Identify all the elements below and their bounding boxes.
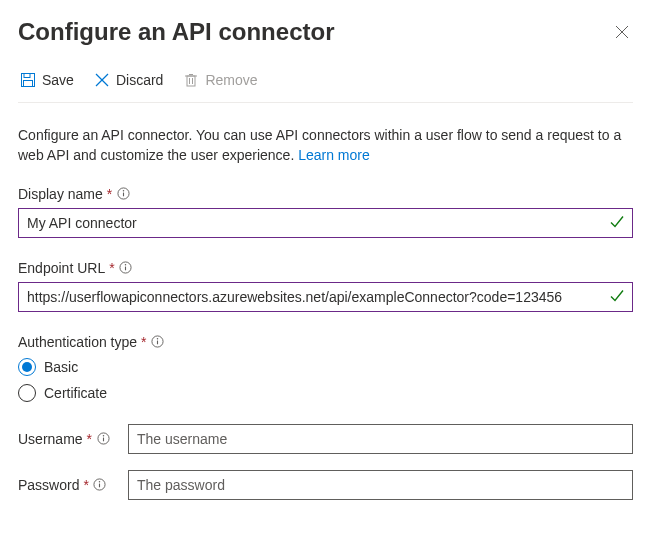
info-icon[interactable] (151, 335, 165, 349)
svg-point-20 (157, 338, 158, 339)
toolbar: Save Discard Remove (18, 64, 633, 103)
save-button[interactable]: Save (18, 70, 76, 90)
close-button[interactable] (611, 21, 633, 43)
save-icon (20, 72, 36, 88)
password-field: Password * (18, 470, 633, 500)
svg-rect-3 (24, 74, 30, 78)
learn-more-link[interactable]: Learn more (298, 147, 370, 163)
info-icon[interactable] (116, 187, 130, 201)
auth-type-field: Authentication type * Basic Certificate (18, 334, 633, 402)
svg-point-23 (102, 435, 103, 436)
display-name-label: Display name (18, 186, 103, 202)
info-icon[interactable] (119, 261, 133, 275)
auth-type-certificate-radio[interactable]: Certificate (18, 384, 633, 402)
username-label: Username (18, 431, 83, 447)
required-indicator: * (83, 477, 88, 493)
trash-icon (183, 72, 199, 88)
info-icon[interactable] (96, 432, 110, 446)
required-indicator: * (141, 334, 146, 350)
svg-rect-4 (24, 81, 33, 87)
svg-point-17 (125, 264, 126, 265)
remove-label: Remove (205, 72, 257, 88)
endpoint-url-input[interactable] (18, 282, 633, 312)
required-indicator: * (87, 431, 92, 447)
endpoint-url-field: Endpoint URL * (18, 260, 633, 312)
auth-type-basic-radio[interactable]: Basic (18, 358, 633, 376)
close-icon (615, 25, 629, 39)
display-name-input[interactable] (18, 208, 633, 238)
endpoint-url-label: Endpoint URL (18, 260, 105, 276)
auth-type-label: Authentication type (18, 334, 137, 350)
save-label: Save (42, 72, 74, 88)
auth-type-radio-group: Basic Certificate (18, 358, 633, 402)
radio-label-certificate: Certificate (44, 385, 107, 401)
radio-unselected-icon (18, 384, 36, 402)
info-icon[interactable] (93, 478, 107, 492)
panel-header: Configure an API connector (18, 18, 633, 46)
discard-label: Discard (116, 72, 163, 88)
required-indicator: * (107, 186, 112, 202)
username-input[interactable] (128, 424, 633, 454)
panel-description: Configure an API connector. You can use … (18, 125, 633, 166)
discard-button[interactable]: Discard (92, 70, 165, 90)
panel-title: Configure an API connector (18, 18, 334, 46)
display-name-field: Display name * (18, 186, 633, 238)
discard-icon (94, 72, 110, 88)
configure-api-connector-panel: Configure an API connector Save Discard (0, 0, 649, 534)
svg-point-14 (123, 190, 124, 191)
radio-label-basic: Basic (44, 359, 78, 375)
password-input[interactable] (128, 470, 633, 500)
radio-selected-icon (18, 358, 36, 376)
svg-point-26 (99, 481, 100, 482)
password-label: Password (18, 477, 79, 493)
svg-rect-7 (187, 76, 195, 86)
remove-button: Remove (181, 70, 259, 90)
username-field: Username * (18, 424, 633, 454)
required-indicator: * (109, 260, 114, 276)
